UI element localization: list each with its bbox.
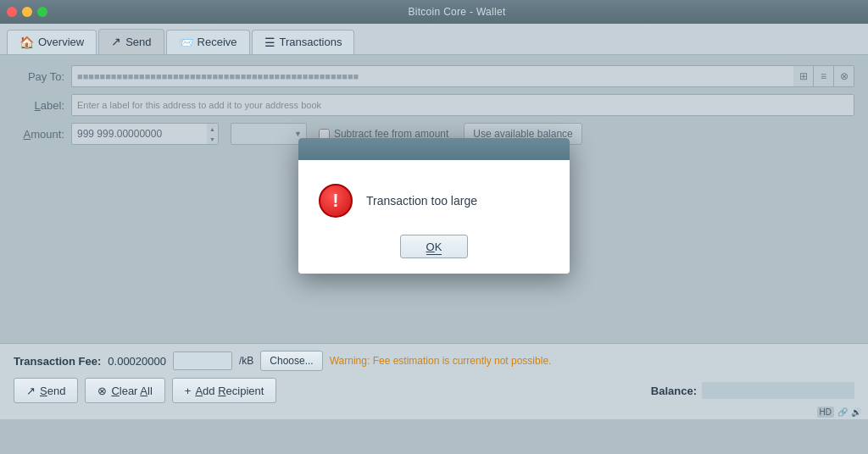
clear-all-button[interactable]: ⊗ Clear All (85, 378, 164, 403)
hd-badge: HD (817, 407, 834, 418)
clear-icon: ⊗ (97, 385, 107, 397)
transactions-icon: ☰ (264, 36, 275, 49)
close-button[interactable] (7, 7, 17, 17)
send-button[interactable]: ↗ Send (14, 378, 78, 403)
tab-overview-label: Overview (38, 36, 84, 48)
dialog-buttons: OK (298, 235, 570, 274)
tab-receive[interactable]: 📨 Receive (166, 30, 250, 54)
ok-button[interactable]: OK (400, 235, 468, 258)
title-bar: Bitcoin Core - Wallet (0, 0, 868, 24)
fee-value: 0.00020000 (108, 355, 166, 368)
action-row: ↗ Send ⊗ Clear All + Add Recipient Balan… (14, 378, 854, 403)
fee-label: Transaction Fee: (14, 355, 101, 368)
window-title: Bitcoin Core - Wallet (53, 6, 861, 18)
balance-label: Balance: (651, 385, 697, 397)
add-icon: + (185, 385, 192, 397)
error-icon: ! (319, 184, 353, 218)
tab-receive-label: Receive (198, 36, 237, 48)
add-recipient-button[interactable]: + Add Recipient (172, 378, 277, 403)
network-icon: 🔗 (837, 407, 848, 417)
error-dialog: ! Transaction too large OK (298, 138, 570, 274)
tab-send[interactable]: ↗ Send (98, 29, 164, 54)
dialog-message: Transaction too large (366, 194, 477, 208)
status-bar: HD 🔗 🔊 (810, 404, 868, 419)
sync-icon: 🔊 (851, 407, 861, 417)
nav-bar: 🏠 Overview ↗ Send 📨 Receive ☰ Transactio… (0, 24, 868, 55)
overview-icon: 🏠 (19, 36, 34, 49)
add-recipient-label: Add Recipient (195, 385, 264, 397)
tab-transactions-label: Transactions (280, 36, 342, 48)
receive-icon: 📨 (179, 36, 193, 49)
send-label: Send (40, 385, 65, 397)
main-content: Pay To: ⊞ ≡ ⊗ Label: Amount: ▲ ▼ ▼ (0, 55, 868, 343)
balance-section: Balance: (651, 382, 854, 399)
minimize-button[interactable] (22, 7, 32, 17)
fee-rate-input[interactable] (173, 352, 232, 370)
tab-send-label: Send (125, 36, 151, 48)
clear-label: Clear All (111, 385, 152, 397)
bottom-section: Transaction Fee: 0.00020000 /kB Choose..… (0, 343, 868, 419)
balance-value (702, 382, 854, 399)
choose-button[interactable]: Choose... (260, 351, 322, 371)
dialog-title-bar (298, 138, 570, 160)
tab-transactions[interactable]: ☰ Transactions (252, 30, 355, 54)
fee-unit: /kB (239, 355, 253, 367)
dialog-body: ! Transaction too large (298, 160, 570, 235)
maximize-button[interactable] (37, 7, 47, 17)
fee-row: Transaction Fee: 0.00020000 /kB Choose..… (14, 351, 854, 371)
send-icon: ↗ (26, 385, 36, 397)
fee-warning: Warning: Fee estimation is currently not… (330, 355, 552, 367)
send-icon: ↗ (111, 35, 121, 48)
tab-overview[interactable]: 🏠 Overview (7, 30, 97, 54)
